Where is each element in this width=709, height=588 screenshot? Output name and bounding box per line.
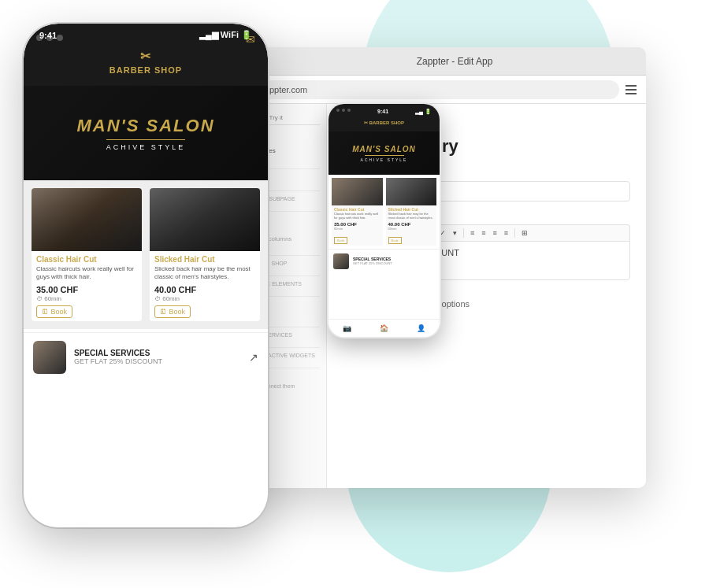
ps-dots (336, 109, 351, 115)
status-time: 9:41 (39, 31, 57, 40)
ps-status-bar: 9:41 ▂▄ 🔋 (329, 104, 440, 118)
ps-special-thumb (333, 253, 349, 269)
ps-classic-book[interactable]: Book (334, 237, 347, 244)
special-text: SPECIAL SERVICES GET FLAT 25% DISCOUNT (74, 349, 162, 365)
address-bar[interactable]: www.zappter.com (230, 80, 619, 99)
phone-left-screen: 9:41 ▂▄▆ WiFi 🔋 ✉ ✂ BARBER SHOP MAN'S SA… (24, 24, 268, 527)
hamburger-menu-icon[interactable] (625, 85, 637, 94)
special-thumb (33, 341, 66, 374)
slicked-title: Slicked Hair Cut (150, 251, 260, 265)
hamburger-line-1 (625, 85, 637, 87)
classic-title: Classic Hair Cut (32, 251, 142, 265)
status-bar-left: 9:41 ▂▄▆ WiFi 🔋 (24, 24, 268, 40)
ps-card-img-slicked (386, 178, 437, 205)
slicked-price: 40.00 CHF (150, 282, 260, 295)
slicked-time: ⏱ 60min (150, 295, 260, 302)
scissors-icon: ✂ (39, 49, 252, 64)
phone-left-header: 9:41 ▂▄▆ WiFi 🔋 ✉ ✂ BARBER SHOP (24, 24, 268, 86)
classic-book-btn[interactable]: 🗓 Book (36, 305, 72, 318)
ps-slicked-price: 40.00 CHF (386, 220, 437, 227)
img-overlay-2 (150, 188, 260, 251)
ps-card-img-classic (332, 178, 383, 205)
hero-subtitle: ACHIVE STYLE (106, 143, 186, 151)
share-icon[interactable]: ↗ (249, 351, 258, 364)
img-overlay-1 (32, 188, 142, 251)
table-btn[interactable]: ⊞ (519, 228, 530, 238)
ps-special-text: SPECIAL SERVICES GET FLAT 25% DISCOUNT (353, 257, 392, 265)
ps-hero-subtitle: ACHIVE STYLE (361, 157, 408, 162)
ps-nav-camera[interactable]: 📷 (342, 323, 353, 334)
services-grid: Classic Hair Cut Classic haircuts work r… (24, 180, 268, 329)
phone-small: 9:41 ▂▄ 🔋 ✂ BARBER SHOP MAN'S SALON ACHI… (327, 102, 441, 338)
ps-dot-2 (342, 109, 345, 112)
phone-left: 9:41 ▂▄▆ WiFi 🔋 ✉ ✂ BARBER SHOP MAN'S SA… (24, 24, 268, 527)
hamburger-line-3 (625, 93, 637, 94)
signal-icons: ▂▄▆ WiFi 🔋 (199, 30, 252, 40)
ps-card-classic: Classic Hair Cut Classic haircuts work r… (332, 178, 383, 246)
barber-logo: ✂ BARBER SHOP (39, 49, 252, 75)
special-subtitle: GET FLAT 25% DISCOUNT (74, 357, 162, 365)
browser-toolbar: www.zappter.com (221, 76, 646, 104)
ps-slicked-time: 60min (386, 227, 437, 231)
slicked-book-btn[interactable]: 🗓 Book (154, 305, 191, 318)
service-img-classic (32, 188, 142, 251)
toolbar-sep-4 (514, 228, 515, 238)
classic-desc: Classic haircuts work really well for gu… (32, 265, 142, 282)
ps-classic-desc: Classic haircuts work really well for gu… (332, 213, 383, 220)
browser-title: Zappter - Edit App (274, 56, 635, 67)
ps-card-slicked: Slicked Hair Cut Slicked back hair may b… (386, 178, 437, 246)
ps-dot-3 (347, 109, 351, 112)
ps-time: 9:41 (377, 109, 388, 115)
phone-left-hero: MAN'S SALON ACHIVE STYLE (24, 86, 268, 180)
special-title: SPECIAL SERVICES (74, 349, 162, 357)
ps-nav-home[interactable]: 🏠 (379, 323, 390, 334)
ps-slicked-desc: Slicked back hair may be the most classi… (386, 213, 437, 220)
browser-titlebar: Zappter - Edit App (221, 47, 646, 76)
toolbar-sep-3 (463, 228, 464, 238)
ps-signal: ▂▄ 🔋 (415, 109, 432, 115)
ps-hero-title: MAN'S SALON (352, 145, 416, 153)
hamburger-line-2 (625, 89, 637, 91)
hero-title: MAN'S SALON (76, 116, 214, 136)
classic-time: ⏱ 60min (32, 295, 142, 302)
align-justify-btn[interactable]: ≡ (502, 228, 510, 238)
ps-header: ✂ BARBER SHOP (329, 118, 440, 131)
service-card-slicked: Slicked Hair Cut Slicked back hair may b… (150, 188, 260, 321)
align-right-btn[interactable]: ≡ (491, 228, 499, 238)
ps-nav-profile[interactable]: 👤 (416, 323, 427, 334)
ps-hero-divider (365, 155, 404, 156)
ps-services-grid: Classic Hair Cut Classic haircuts work r… (329, 175, 440, 249)
tab-try-it[interactable]: Try it (265, 112, 288, 124)
ps-dot-1 (336, 109, 340, 112)
slicked-desc: Slicked back hair may be the most classi… (150, 265, 260, 282)
service-card-classic: Classic Hair Cut Classic haircuts work r… (32, 188, 142, 321)
align-center-btn[interactable]: ≡ (479, 228, 488, 238)
ps-classic-time: 60min (332, 227, 383, 231)
classic-price: 35.00 CHF (32, 282, 142, 295)
ps-special-services: SPECIAL SERVICES GET FLAT 25% DISCOUNT (329, 249, 440, 273)
dropdown-btn[interactable]: ▾ (451, 228, 459, 238)
ps-hero: MAN'S SALON ACHIVE STYLE (329, 131, 440, 175)
ps-logo: ✂ BARBER SHOP (335, 120, 433, 125)
ps-bottom-nav: 📷 🏠 👤 (329, 319, 440, 337)
ps-special-subtitle: GET FLAT 25% DISCOUNT (353, 261, 392, 265)
ps-slicked-book[interactable]: Book (388, 237, 402, 244)
service-img-slicked (150, 188, 260, 251)
brand-name: BARBER SHOP (110, 65, 182, 75)
special-services-banner: SPECIAL SERVICES GET FLAT 25% DISCOUNT ↗ (24, 332, 268, 382)
hero-divider (106, 139, 185, 140)
ps-classic-price: 35.00 CHF (332, 220, 383, 227)
align-left-btn[interactable]: ≡ (468, 228, 477, 238)
